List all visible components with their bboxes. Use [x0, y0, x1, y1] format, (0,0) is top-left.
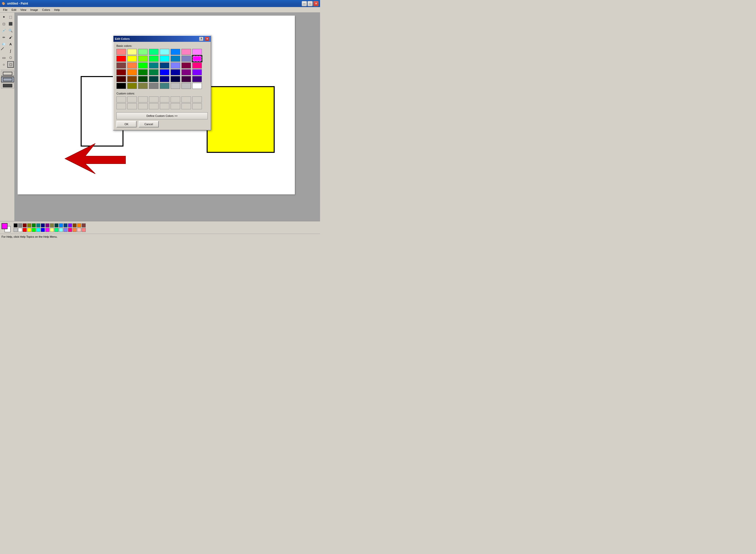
- menu-help[interactable]: Help: [52, 8, 62, 12]
- basic-swatch-35[interactable]: [149, 76, 158, 82]
- palette-swatch-1-10[interactable]: [59, 228, 63, 232]
- palette-swatch-1-4[interactable]: [32, 228, 36, 232]
- basic-swatch-12[interactable]: [160, 56, 169, 62]
- palette-swatch-1-2[interactable]: [23, 228, 27, 232]
- basic-swatch-29[interactable]: [170, 69, 180, 75]
- custom-swatch-13[interactable]: [170, 103, 180, 109]
- tool-fill[interactable]: ⬛: [7, 20, 14, 27]
- basic-swatch-0[interactable]: [116, 49, 126, 55]
- basic-swatch-47[interactable]: [192, 83, 202, 89]
- basic-swatch-10[interactable]: [138, 56, 148, 62]
- custom-swatch-2[interactable]: [138, 97, 148, 103]
- minimize-button[interactable]: —: [302, 1, 307, 6]
- basic-swatch-16[interactable]: [116, 62, 126, 68]
- menu-view[interactable]: View: [18, 8, 29, 12]
- palette-swatch-0-0[interactable]: [14, 223, 18, 227]
- maximize-button[interactable]: □: [307, 1, 313, 6]
- tool-pencil[interactable]: ✏: [1, 34, 7, 41]
- basic-swatch-40[interactable]: [116, 83, 126, 89]
- tool-text[interactable]: A: [7, 41, 14, 47]
- basic-swatch-23[interactable]: [192, 62, 202, 68]
- cancel-button[interactable]: Cancel: [139, 121, 159, 127]
- basic-swatch-11[interactable]: [149, 56, 158, 62]
- basic-swatch-39[interactable]: [192, 76, 202, 82]
- palette-swatch-0-2[interactable]: [23, 223, 27, 227]
- palette-swatch-0-1[interactable]: [18, 223, 22, 227]
- palette-swatch-1-7[interactable]: [45, 228, 49, 232]
- basic-swatch-3[interactable]: [149, 49, 158, 55]
- palette-swatch-0-11[interactable]: [63, 223, 67, 227]
- palette-swatch-1-1[interactable]: [18, 228, 22, 232]
- tool-select-free[interactable]: ✦: [1, 14, 7, 20]
- custom-swatch-3[interactable]: [149, 97, 158, 103]
- shape-outline-only[interactable]: [1, 71, 14, 76]
- palette-swatch-1-9[interactable]: [54, 228, 58, 232]
- basic-swatch-28[interactable]: [160, 69, 169, 75]
- palette-swatch-1-0[interactable]: [14, 228, 18, 232]
- basic-swatch-21[interactable]: [170, 62, 180, 68]
- basic-swatch-9[interactable]: [127, 56, 137, 62]
- custom-swatch-11[interactable]: [149, 103, 158, 109]
- palette-swatch-1-15[interactable]: [82, 228, 86, 232]
- palette-swatch-1-13[interactable]: [72, 228, 77, 232]
- custom-swatch-14[interactable]: [182, 103, 191, 109]
- basic-swatch-14[interactable]: [182, 56, 191, 62]
- custom-swatch-10[interactable]: [138, 103, 148, 109]
- basic-swatch-44[interactable]: [160, 83, 169, 89]
- basic-swatch-7[interactable]: [192, 49, 202, 55]
- basic-swatch-24[interactable]: [116, 69, 126, 75]
- basic-swatch-37[interactable]: [170, 76, 180, 82]
- palette-swatch-0-9[interactable]: [54, 223, 58, 227]
- basic-swatch-22[interactable]: [182, 62, 191, 68]
- basic-swatch-38[interactable]: [182, 76, 191, 82]
- palette-swatch-0-4[interactable]: [32, 223, 36, 227]
- palette-swatch-0-7[interactable]: [45, 223, 49, 227]
- palette-swatch-0-12[interactable]: [68, 223, 72, 227]
- custom-swatch-6[interactable]: [182, 97, 191, 103]
- menu-edit[interactable]: Edit: [10, 8, 18, 12]
- basic-swatch-36[interactable]: [160, 76, 169, 82]
- basic-swatch-43[interactable]: [149, 83, 158, 89]
- basic-swatch-8[interactable]: [116, 56, 126, 62]
- shape-fill-fg[interactable]: [1, 83, 14, 89]
- palette-swatch-1-6[interactable]: [41, 228, 45, 232]
- basic-swatch-42[interactable]: [138, 83, 148, 89]
- custom-swatch-9[interactable]: [127, 103, 137, 109]
- palette-swatch-0-14[interactable]: [77, 223, 81, 227]
- canvas-area[interactable]: Edit Colors ? ✕ Basic colors:: [15, 13, 320, 221]
- basic-swatch-18[interactable]: [138, 62, 148, 68]
- palette-swatch-1-8[interactable]: [50, 228, 54, 232]
- custom-swatch-12[interactable]: [160, 103, 169, 109]
- basic-swatch-20[interactable]: [160, 62, 169, 68]
- tool-eraser[interactable]: ◻: [1, 20, 7, 27]
- basic-swatch-32[interactable]: [116, 76, 126, 82]
- basic-swatch-31[interactable]: [192, 69, 202, 75]
- menu-colors[interactable]: Colors: [40, 8, 52, 12]
- palette-swatch-1-3[interactable]: [27, 228, 31, 232]
- tool-ellipse[interactable]: ○: [1, 61, 7, 68]
- shape-fill-bg[interactable]: [1, 77, 14, 82]
- basic-swatch-26[interactable]: [138, 69, 148, 75]
- basic-swatch-25[interactable]: [127, 69, 137, 75]
- tool-select-rect[interactable]: ⬚: [7, 14, 14, 20]
- basic-swatch-33[interactable]: [127, 76, 137, 82]
- palette-swatch-1-14[interactable]: [77, 228, 81, 232]
- palette-swatch-1-11[interactable]: [63, 228, 67, 232]
- palette-swatch-0-5[interactable]: [36, 223, 40, 227]
- palette-swatch-0-6[interactable]: [41, 223, 45, 227]
- tool-picker[interactable]: 💉: [1, 27, 7, 34]
- tool-zoom[interactable]: 🔍: [7, 27, 14, 34]
- palette-swatch-0-10[interactable]: [59, 223, 63, 227]
- custom-swatch-1[interactable]: [127, 97, 137, 103]
- basic-swatch-41[interactable]: [127, 83, 137, 89]
- custom-swatch-15[interactable]: [192, 103, 202, 109]
- close-button[interactable]: ✕: [313, 1, 318, 6]
- palette-swatch-1-12[interactable]: [68, 228, 72, 232]
- basic-swatch-2[interactable]: [138, 49, 148, 55]
- palette-swatch-0-13[interactable]: [72, 223, 77, 227]
- tool-brush[interactable]: 🖌: [7, 34, 14, 41]
- palette-swatch-0-3[interactable]: [27, 223, 31, 227]
- basic-swatch-4[interactable]: [160, 49, 169, 55]
- basic-swatch-34[interactable]: [138, 76, 148, 82]
- menu-image[interactable]: Image: [28, 8, 40, 12]
